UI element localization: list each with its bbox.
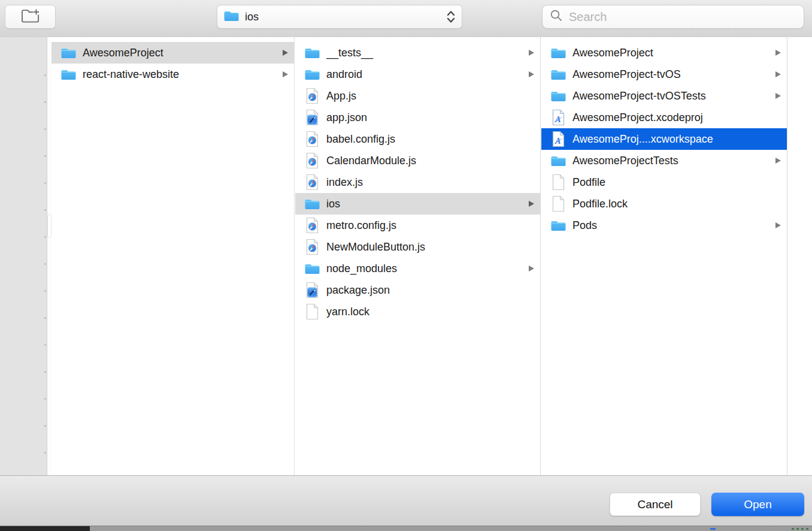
list-item[interactable]: app.json bbox=[295, 107, 540, 128]
search-field[interactable] bbox=[542, 5, 804, 29]
list-item[interactable]: AwesomeProject-tvOSTests bbox=[541, 85, 787, 107]
up-down-chevrons-icon bbox=[446, 9, 456, 25]
folder-icon bbox=[549, 47, 567, 59]
item-label: Pods bbox=[572, 219, 770, 232]
sidebar-scrollbar-thumb[interactable] bbox=[47, 214, 51, 238]
list-item[interactable]: __tests__ bbox=[295, 42, 540, 64]
item-label: App.js bbox=[326, 90, 534, 102]
item-label: index.js bbox=[326, 176, 534, 189]
background-blue-tick bbox=[710, 528, 716, 530]
list-item[interactable]: AwesomeProjectTests bbox=[541, 150, 787, 171]
js-icon bbox=[303, 239, 321, 255]
folder-icon bbox=[549, 90, 567, 102]
background-green-tick bbox=[801, 528, 804, 530]
new-folder-button[interactable] bbox=[5, 5, 56, 29]
browser-column-1: AwesomeProjectreact-native-website bbox=[51, 37, 295, 475]
search-input[interactable] bbox=[568, 10, 796, 25]
item-label: android bbox=[326, 68, 523, 81]
list-item[interactable]: Podfile bbox=[541, 171, 787, 193]
dialog-toolbar: ios bbox=[0, 0, 812, 38]
item-label: Podfile bbox=[572, 176, 781, 189]
item-label: CalendarModule.js bbox=[326, 155, 534, 167]
item-label: AwesomeProject.xcodeproj bbox=[572, 111, 781, 124]
list-item[interactable]: Podfile.lock bbox=[541, 193, 787, 215]
dialog-footer: Cancel Open bbox=[0, 475, 812, 526]
item-label: AwesomeProject bbox=[83, 47, 277, 59]
js-icon bbox=[303, 88, 321, 104]
list-item[interactable]: ios bbox=[295, 193, 540, 215]
xcode-icon: A bbox=[549, 131, 567, 147]
js-icon bbox=[303, 152, 321, 169]
search-icon bbox=[550, 9, 563, 25]
list-item[interactable]: Pods bbox=[541, 215, 787, 236]
list-item[interactable]: AAwesomeProj....xcworkspace bbox=[541, 128, 787, 150]
item-label: __tests__ bbox=[326, 47, 523, 59]
item-label: AwesomeProjectTests bbox=[572, 155, 770, 167]
path-dropdown-value: ios bbox=[245, 11, 259, 23]
item-label: Podfile.lock bbox=[572, 198, 781, 210]
folder-icon bbox=[59, 47, 77, 59]
background-green-tick bbox=[796, 528, 799, 530]
folder-icon bbox=[549, 155, 567, 167]
list-item[interactable]: CalendarModule.js bbox=[295, 150, 540, 171]
disclosure-arrow-icon bbox=[529, 266, 534, 271]
list-item[interactable]: App.js bbox=[295, 85, 540, 107]
column-browser: AwesomeProjectreact-native-website __tes… bbox=[0, 37, 812, 475]
browser-column-2: __tests__androidApp.jsapp.jsonbabel.conf… bbox=[295, 37, 541, 475]
list-item[interactable]: node_modules bbox=[295, 258, 540, 279]
sidebar-tick-marks bbox=[44, 49, 46, 469]
folder-icon bbox=[549, 68, 567, 81]
list-item[interactable]: AwesomeProject bbox=[51, 42, 294, 64]
disclosure-arrow-icon bbox=[775, 71, 781, 77]
open-button[interactable]: Open bbox=[711, 493, 804, 516]
new-folder-icon bbox=[20, 8, 41, 26]
list-item[interactable]: yarn.lock bbox=[295, 301, 540, 322]
background-green-tick bbox=[806, 528, 808, 530]
background-app-strip bbox=[0, 526, 812, 531]
sidebar-remnant bbox=[0, 37, 47, 475]
list-item[interactable]: index.js bbox=[295, 171, 540, 193]
sidebar-scrollbar-track[interactable] bbox=[47, 37, 51, 475]
doc-icon bbox=[303, 303, 321, 320]
item-label: app.json bbox=[326, 111, 534, 124]
list-item[interactable]: babel.config.js bbox=[295, 128, 540, 150]
background-dark-segment bbox=[0, 526, 90, 531]
list-item[interactable]: NewModuleButton.js bbox=[295, 236, 540, 258]
item-label: metro.config.js bbox=[326, 219, 534, 232]
json-icon bbox=[303, 282, 321, 298]
disclosure-arrow-icon bbox=[283, 50, 288, 56]
list-item[interactable]: android bbox=[295, 64, 540, 85]
item-label: ios bbox=[326, 198, 523, 210]
list-item[interactable]: AwesomeProject bbox=[541, 42, 787, 64]
disclosure-arrow-icon bbox=[529, 50, 534, 56]
item-label: babel.config.js bbox=[326, 133, 534, 146]
item-label: yarn.lock bbox=[326, 306, 534, 318]
list-item[interactable]: metro.config.js bbox=[295, 215, 540, 236]
disclosure-arrow-icon bbox=[283, 71, 288, 77]
disclosure-arrow-icon bbox=[529, 201, 534, 207]
browser-column-3: AwesomeProjectAwesomeProject-tvOSAwesome… bbox=[541, 37, 787, 475]
doc-icon bbox=[549, 195, 567, 212]
folder-icon bbox=[303, 47, 321, 59]
list-item[interactable]: AwesomeProject-tvOS bbox=[541, 64, 787, 85]
js-icon bbox=[303, 174, 321, 191]
file-open-dialog: ios AwesomeProjectreact-native-web bbox=[0, 0, 812, 531]
item-label: react-native-website bbox=[83, 68, 277, 81]
list-item[interactable]: react-native-website bbox=[51, 64, 294, 85]
disclosure-arrow-icon bbox=[775, 93, 781, 99]
item-label: package.json bbox=[326, 284, 534, 297]
json-icon bbox=[303, 109, 321, 126]
path-dropdown[interactable]: ios bbox=[217, 5, 462, 29]
folder-icon bbox=[223, 10, 240, 25]
list-item[interactable]: package.json bbox=[295, 279, 540, 301]
cancel-button[interactable]: Cancel bbox=[610, 493, 701, 516]
js-icon bbox=[303, 131, 321, 147]
disclosure-arrow-icon bbox=[529, 71, 534, 77]
folder-icon bbox=[59, 68, 77, 81]
item-label: AwesomeProject-tvOSTests bbox=[572, 90, 770, 102]
disclosure-arrow-icon bbox=[775, 158, 781, 164]
doc-icon bbox=[549, 174, 567, 191]
list-item[interactable]: AAwesomeProject.xcodeproj bbox=[541, 107, 787, 128]
item-label: AwesomeProj....xcworkspace bbox=[572, 133, 781, 146]
item-label: NewModuleButton.js bbox=[326, 241, 534, 254]
